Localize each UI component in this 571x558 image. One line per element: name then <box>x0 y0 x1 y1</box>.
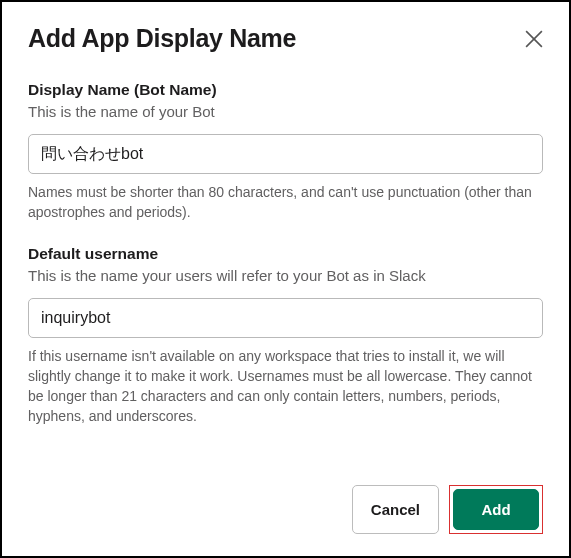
cancel-button[interactable]: Cancel <box>352 485 439 534</box>
display-name-description: This is the name of your Bot <box>28 101 543 122</box>
display-name-help: Names must be shorter than 80 characters… <box>28 182 543 223</box>
display-name-group: Display Name (Bot Name) This is the name… <box>28 81 543 223</box>
default-username-input[interactable] <box>28 298 543 338</box>
default-username-label: Default username <box>28 245 543 263</box>
close-icon[interactable] <box>525 30 543 48</box>
modal-footer: Cancel Add <box>28 473 543 534</box>
default-username-help: If this username isn't available on any … <box>28 346 543 427</box>
default-username-description: This is the name your users will refer t… <box>28 265 543 286</box>
add-button-highlight: Add <box>449 485 543 534</box>
display-name-label: Display Name (Bot Name) <box>28 81 543 99</box>
modal-title: Add App Display Name <box>28 24 296 53</box>
add-button[interactable]: Add <box>453 489 539 530</box>
modal-header: Add App Display Name <box>28 24 543 53</box>
display-name-input[interactable] <box>28 134 543 174</box>
add-app-display-name-modal: Add App Display Name Display Name (Bot N… <box>0 0 571 558</box>
default-username-group: Default username This is the name your u… <box>28 245 543 427</box>
